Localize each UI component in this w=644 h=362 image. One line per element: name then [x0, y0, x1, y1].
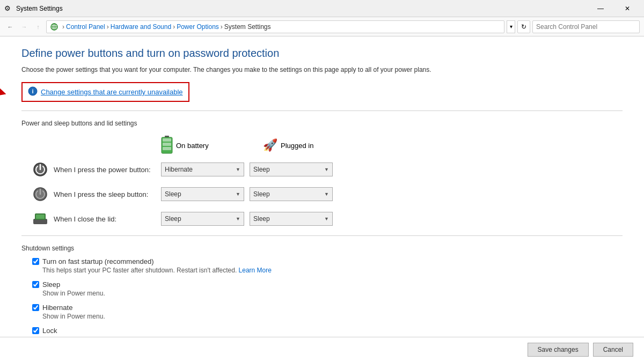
sleep-row: Sleep Show in Power menu. — [32, 280, 623, 299]
fast-startup-row: Turn on fast startup (recommended) This … — [32, 257, 623, 276]
fast-startup-sublabel: This helps start your PC faster after sh… — [42, 267, 623, 274]
power-button-row: When I press the power button: Hibernate… — [32, 161, 623, 178]
fast-startup-checkbox[interactable] — [32, 258, 39, 265]
lid-icon — [32, 211, 48, 227]
sleep-label: Sleep — [42, 280, 60, 289]
sleep-button-onbattery-dropdown[interactable]: Sleep ▼ Sleep Hibernate Shut down Do not… — [161, 187, 244, 201]
hibernate-checkbox[interactable] — [32, 304, 39, 311]
lock-label: Lock — [42, 327, 57, 335]
power-sleep-label: Power and sleep buttons and lid settings — [21, 120, 623, 127]
sleep-item: Sleep — [32, 280, 623, 289]
shield-icon: i — [28, 86, 38, 98]
window-title: System Settings — [16, 5, 588, 12]
section-divider-1 — [21, 110, 623, 111]
minimize-button[interactable]: — — [588, 0, 613, 17]
page-description: Choose the power settings that you want … — [21, 65, 623, 75]
plugged-in-header: 🚀 Plugged in — [263, 138, 354, 152]
forward-button[interactable]: → — [18, 21, 30, 33]
breadcrumb-hardware-sound[interactable]: Hardware and Sound — [111, 23, 171, 31]
lid-close-label: When I close the lid: — [54, 215, 161, 223]
title-bar: ⚙ System Settings — ✕ — [0, 0, 644, 17]
address-bar: ← → ↑ › Control Panel › Hardware and Sou… — [0, 17, 644, 36]
sleep-checkbox[interactable] — [32, 281, 39, 288]
lock-checkbox[interactable] — [32, 327, 39, 334]
svg-rect-18 — [36, 215, 45, 219]
red-arrow-icon — [0, 82, 16, 103]
refresh-button[interactable]: ↻ — [517, 20, 530, 33]
change-settings-link[interactable]: Change settings that are currently unava… — [41, 88, 183, 96]
lid-close-row: When I close the lid: Sleep ▼ Sleep Hibe… — [32, 211, 623, 227]
shutdown-label: Shutdown settings — [21, 245, 623, 252]
lid-close-onbattery-dropdown[interactable]: Sleep ▼ Sleep Hibernate Shut down Do not… — [161, 212, 244, 226]
power-button-pluggedin-dropdown[interactable]: Sleep ▼ Sleep Hibernate Shut down Do not… — [250, 162, 333, 176]
up-button[interactable]: ↑ — [32, 21, 44, 33]
hibernate-label: Hibernate — [42, 304, 72, 312]
cancel-button[interactable]: Cancel — [593, 343, 633, 357]
address-dropdown[interactable]: ▾ — [507, 20, 515, 33]
search-input[interactable] — [536, 23, 636, 31]
column-headers: On battery 🚀 Plugged in — [161, 136, 623, 155]
sleep-button-row: When I press the sleep button: Sleep ▼ S… — [32, 186, 623, 202]
plug-icon: 🚀 — [263, 138, 277, 152]
fast-startup-label: Turn on fast startup (recommended) — [42, 257, 154, 265]
save-button[interactable]: Save changes — [528, 343, 589, 357]
lid-close-pluggedin-dropdown[interactable]: Sleep ▼ Sleep Hibernate Shut down Do not… — [250, 212, 333, 226]
plugged-in-label: Plugged in — [281, 142, 313, 150]
power-button-label: When I press the power button: — [54, 166, 161, 174]
bottom-bar: Save changes Cancel — [0, 337, 644, 362]
page-title: Define power buttons and turn on passwor… — [21, 47, 623, 60]
learn-more-link[interactable]: Learn More — [239, 267, 272, 274]
address-bar-right: ▾ ↻ — [507, 20, 640, 33]
hibernate-row: Hibernate Show in Power menu. — [32, 304, 623, 322]
breadcrumb-control-panel[interactable]: Control Panel — [66, 23, 105, 31]
svg-rect-11 — [163, 147, 171, 150]
sleep-button-pluggedin-dropdown[interactable]: Sleep ▼ Sleep Hibernate Shut down Do not… — [250, 187, 333, 201]
battery-icon — [161, 136, 173, 155]
fast-startup-item: Turn on fast startup (recommended) — [32, 257, 623, 265]
lock-row: Lock — [32, 327, 623, 336]
search-box — [532, 20, 640, 33]
hibernate-sublabel: Show in Power menu. — [42, 313, 623, 320]
settings-area: On battery 🚀 Plugged in — [32, 136, 623, 227]
breadcrumb-system-settings: System Settings — [224, 23, 271, 31]
breadcrumb-power-options[interactable]: Power Options — [177, 23, 219, 31]
window-icon: ⚙ — [4, 4, 13, 13]
power-icon — [32, 161, 48, 178]
svg-rect-10 — [163, 143, 171, 146]
section-divider-2 — [21, 235, 623, 236]
change-settings-box[interactable]: i Change settings that are currently una… — [21, 82, 189, 102]
lock-item: Lock — [32, 327, 623, 335]
main-content: Define power buttons and turn on passwor… — [0, 36, 644, 362]
sleep-sublabel: Show in Power menu. — [42, 290, 623, 297]
power-button-onbattery-dropdown[interactable]: Hibernate ▼ Hibernate Sleep Shut down Do… — [161, 162, 244, 176]
window-controls: — ✕ — [588, 0, 640, 17]
shutdown-section: Shutdown settings Turn on fast startup (… — [21, 245, 623, 336]
back-button[interactable]: ← — [4, 21, 16, 33]
content-area: Define power buttons and turn on passwor… — [0, 36, 644, 337]
globe-icon — [50, 23, 58, 31]
sleep-button-label: When I press the sleep button: — [54, 190, 161, 198]
sleep-icon — [32, 186, 48, 202]
svg-text:i: i — [32, 88, 33, 94]
change-settings-wrapper: i Change settings that are currently una… — [21, 82, 623, 102]
close-button[interactable]: ✕ — [615, 0, 640, 17]
hibernate-item: Hibernate — [32, 304, 623, 312]
on-battery-header: On battery — [161, 136, 252, 155]
svg-rect-9 — [163, 138, 171, 142]
on-battery-label: On battery — [176, 142, 209, 150]
breadcrumb-bar: › Control Panel › Hardware and Sound › P… — [46, 20, 504, 33]
